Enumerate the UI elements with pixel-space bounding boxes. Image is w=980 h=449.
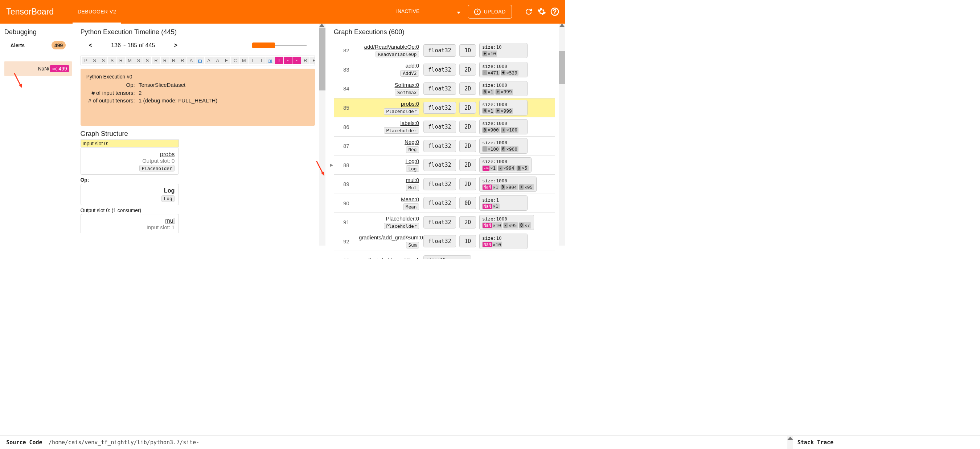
timeline-cell[interactable]: S <box>90 57 99 64</box>
exec-tensor-name[interactable]: Softmax:0 <box>359 82 419 88</box>
timeline-cell[interactable]: R <box>178 57 186 64</box>
shape-chip: 2D <box>459 140 476 152</box>
timeline-cell[interactable]: ! <box>275 57 283 64</box>
status-select[interactable]: INACTIVE <box>396 6 461 17</box>
timeline-prev-button[interactable]: < <box>89 42 92 49</box>
timeline-cell[interactable]: R <box>169 57 178 64</box>
timeline-cell[interactable]: R <box>310 57 315 64</box>
graph-exec-row[interactable]: 89 mul:0Mul float32 2D size:1000NaN×10×9… <box>334 174 555 193</box>
timeline-cell[interactable]: C <box>231 57 239 64</box>
graph-exec-row[interactable]: 82 add/ReadVariableOp:0ReadVariableOp fl… <box>334 41 555 60</box>
input-name: probs <box>84 151 175 158</box>
graph-exec-row[interactable]: 85 probs:0Placeholder float32 2D size:10… <box>334 98 555 117</box>
python-execution-panel: Python Execution Timeline (445) < 136 ~ … <box>76 24 319 246</box>
graph-exec-title: Graph Executions (600) <box>334 28 555 36</box>
timeline-cell[interactable]: - <box>293 57 301 64</box>
dtype-chip: float32 <box>423 121 457 133</box>
values-box: size:10+×10 <box>479 43 528 58</box>
shape-chip: 0D <box>459 197 476 209</box>
timeline-cell[interactable]: E <box>222 57 231 64</box>
output-name: mul <box>84 217 175 224</box>
svg-line-5 <box>11 74 24 86</box>
timeline-cell[interactable]: A <box>213 57 222 64</box>
timeline-next-button[interactable]: > <box>174 42 177 49</box>
vertical-scrollbar[interactable] <box>319 24 325 246</box>
exec-tensor-name[interactable]: add:0 <box>359 62 419 69</box>
timeline-cell[interactable]: I <box>257 57 266 64</box>
dtype-chip: float32 <box>423 159 457 171</box>
graph-exec-row[interactable]: ▶88 Log:0Log float32 2D size:1000-∞×1-×9… <box>334 155 555 174</box>
upload-button[interactable]: UPLOAD <box>468 5 512 19</box>
timeline-cell[interactable]: R <box>117 57 125 64</box>
timeline-cell[interactable]: A <box>205 57 213 64</box>
graph-exec-row[interactable]: 91 Placeholder:0Placeholder float32 2D s… <box>334 213 555 232</box>
exec-tensor-name[interactable]: Neg:0 <box>359 139 419 145</box>
graph-exec-row[interactable]: 84 Softmax:0Softmax float32 2D size:1000… <box>334 79 555 98</box>
values-box: size:1NaN×1 <box>479 195 528 211</box>
timeline-cell[interactable]: R <box>301 57 310 64</box>
exec-tensor-name[interactable]: Log:0 <box>359 158 419 164</box>
graph-exec-row[interactable]: 83 add:0AddV2 float32 2D size:1000-×471+… <box>334 60 555 79</box>
values-box: size:10000×1+×999 <box>479 81 528 96</box>
op-name: Log <box>84 187 175 194</box>
timeline-cell[interactable]: M <box>240 57 248 64</box>
exec-tensor-name[interactable]: mul:0 <box>359 177 419 183</box>
values-box: size:1000NaN×10-×950×7 <box>479 215 534 230</box>
timeline-cell[interactable]: R <box>161 57 169 64</box>
timeline-cell[interactable]: S <box>143 57 151 64</box>
output-sublabel: Input slot: 1 <box>84 224 175 230</box>
output-slot-label: Output slot 0: (1 consumer) <box>81 208 315 213</box>
gear-icon[interactable] <box>537 7 546 16</box>
shape-chip: 2D <box>459 83 476 95</box>
values-box: size:10000×1+×999 <box>479 100 528 115</box>
timeline-cell[interactable]: S <box>99 57 107 64</box>
svg-point-4 <box>554 13 555 14</box>
exec-tensor-name[interactable]: Mean:0 <box>359 196 419 202</box>
vertical-scrollbar-2[interactable] <box>559 24 565 246</box>
exec-tensor-name[interactable]: labels:0 <box>359 120 419 126</box>
dtype-chip: float32 <box>423 178 457 190</box>
input-op-chip: Placeholder <box>139 165 175 171</box>
tab-debugger-v2[interactable]: DEBUGGER V2 <box>73 0 121 24</box>
svg-marker-8 <box>320 171 326 176</box>
timeline-range-label: 136 ~ 185 of 445 <box>111 42 155 49</box>
alerts-count-badge[interactable]: 499 <box>51 41 66 50</box>
graph-executions-panel: Graph Executions (600) 82 add/ReadVariab… <box>325 24 560 246</box>
timeline-cell[interactable]: m <box>266 57 274 64</box>
timeline-cell[interactable]: M <box>126 57 134 64</box>
timeline-zoom-slider[interactable] <box>252 45 307 46</box>
dtype-chip: float32 <box>423 64 457 76</box>
exec-tensor-name[interactable]: probs:0 <box>359 101 419 107</box>
op-label: Op: <box>81 177 315 183</box>
timeline-cell[interactable]: P <box>82 57 90 64</box>
timeline-cell[interactable]: I <box>248 57 257 64</box>
values-box: size:1000NaN×10×904+×95 <box>479 177 537 192</box>
op-card[interactable]: Log Log <box>81 184 179 205</box>
timeline-cell[interactable]: - <box>284 57 292 64</box>
timeline-cell[interactable]: A <box>187 57 195 64</box>
graph-exec-row[interactable]: 86 labels:0Placeholder float32 2D size:1… <box>334 117 555 136</box>
exec-tensor-name[interactable]: Placeholder:0 <box>359 216 419 222</box>
exec-tensor-name[interactable]: add/ReadVariableOp:0 <box>359 43 419 50</box>
dtype-chip: float32 <box>423 235 457 248</box>
graph-exec-row[interactable]: 93 gradients/add_grad/Reshape:0 size:10 <box>334 251 555 259</box>
help-icon[interactable] <box>550 7 559 16</box>
timeline-cell[interactable]: m <box>196 57 204 64</box>
output-card[interactable]: mul Input slot: 1 <box>81 214 179 233</box>
graph-exec-row[interactable]: 87 Neg:0Neg float32 2D size:1000-×1000×9… <box>334 136 555 155</box>
values-box: size:1000-×1000×900 <box>479 138 528 153</box>
input-card[interactable]: probs Output slot: 0 Placeholder <box>81 147 179 175</box>
timeline-cell[interactable]: S <box>134 57 143 64</box>
shape-chip: 2D <box>459 121 476 133</box>
exec-tensor-name[interactable]: gradients/add_grad/Reshape:0 <box>359 257 419 259</box>
alerts-label: Alerts <box>11 43 25 48</box>
exec-tensor-name[interactable]: gradients/add_grad/Sum:0 <box>359 234 419 240</box>
shape-chip: 2D <box>459 102 476 114</box>
graph-exec-row[interactable]: 92 gradients/add_grad/Sum:0Sum float32 1… <box>334 232 555 251</box>
timeline-cell[interactable]: R <box>152 57 161 64</box>
exec-op-chip: ReadVariableOp <box>375 51 419 58</box>
timeline-cell[interactable]: S <box>108 57 116 64</box>
exec-op-chip: Softmax <box>395 89 419 96</box>
graph-exec-row[interactable]: 90 Mean:0Mean float32 0D size:1NaN×1 <box>334 193 555 213</box>
reload-icon[interactable] <box>524 7 533 16</box>
